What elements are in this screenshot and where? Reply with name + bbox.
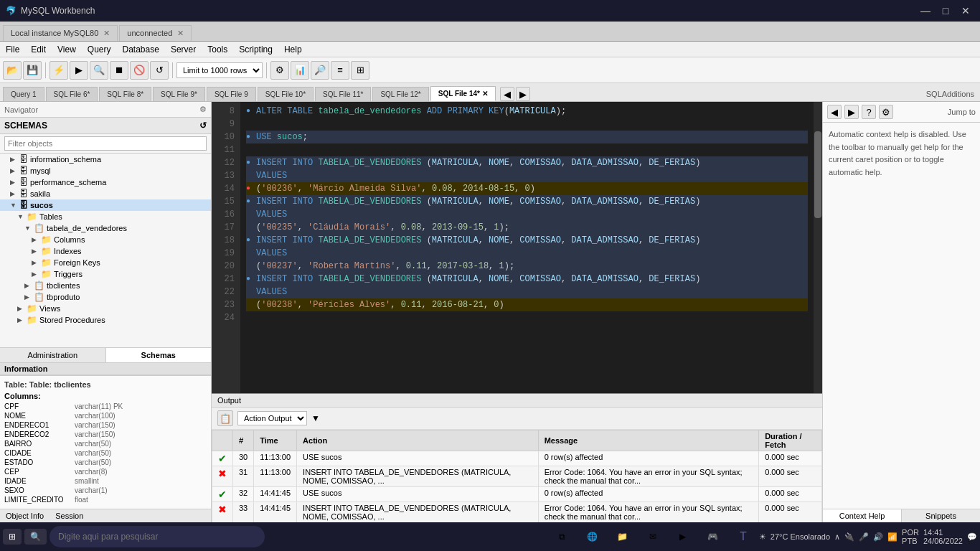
refresh-btn[interactable]: ↺: [150, 61, 169, 80]
menu-tools[interactable]: Tools: [202, 43, 233, 56]
menu-scripting[interactable]: Scripting: [233, 43, 278, 56]
tree-stored-procedures[interactable]: ▶ 📁 Stored Procedures: [0, 314, 211, 326]
right-panel-auto-btn[interactable]: ⚙: [879, 105, 893, 119]
menu-file[interactable]: File: [0, 43, 25, 56]
start-button[interactable]: ⊞: [3, 529, 22, 545]
tab-close-x[interactable]: ✕: [482, 90, 488, 98]
content-area: 8 9 10 11 12 13 14 15 16 17 18 19 20 21 …: [212, 102, 822, 522]
search-area-btn[interactable]: 🔍: [24, 529, 47, 545]
find2-btn[interactable]: 🔎: [311, 61, 329, 80]
tab-close-icon[interactable]: ✕: [103, 29, 110, 37]
sidebar-options-btn[interactable]: ⚙: [199, 105, 207, 114]
right-tab-context-help[interactable]: Context Help: [823, 509, 902, 522]
col-sexo: SEXOvarchar(1): [4, 486, 207, 495]
stop-btn[interactable]: ⏹: [110, 61, 128, 80]
tab-unconnected[interactable]: unconnected ✕: [119, 25, 192, 41]
sql-tab-file9b[interactable]: SQL File 9: [207, 87, 256, 101]
menu-query[interactable]: Query: [82, 43, 117, 56]
filter-input[interactable]: [4, 136, 207, 151]
network-icon[interactable]: 📶: [887, 532, 897, 542]
format-btn[interactable]: ⊞: [351, 61, 369, 80]
explain-btn[interactable]: ⚙: [270, 61, 289, 80]
taskbar-task-view[interactable]: ⧉: [550, 524, 575, 550]
code-line-16: VALUES: [246, 208, 808, 221]
editor-scrollbar[interactable]: [814, 102, 822, 393]
execute-current-btn[interactable]: ▶: [70, 61, 88, 80]
menu-database[interactable]: Database: [117, 43, 165, 56]
taskbar-app1[interactable]: 🎮: [700, 524, 726, 550]
right-panel-forward-btn[interactable]: ▶: [844, 105, 859, 119]
stop-script-btn[interactable]: 🚫: [130, 61, 149, 80]
tree-performance-schema[interactable]: ▶ 🗄 performance_schema: [0, 176, 211, 188]
limit-rows-select[interactable]: Limit to 1000 rows: [176, 62, 263, 78]
window-controls: — □ ✕: [917, 2, 974, 19]
volume-icon[interactable]: 🔊: [873, 532, 883, 542]
right-tab-snippets[interactable]: Snippets: [902, 509, 980, 522]
tab-prev-btn[interactable]: ◀: [500, 87, 514, 101]
sidebar-tab-schemas[interactable]: Schemas: [106, 348, 212, 362]
find-btn[interactable]: 🔍: [90, 61, 108, 80]
toggle-btn[interactable]: ≡: [331, 61, 349, 80]
menu-server[interactable]: Server: [165, 43, 202, 56]
col-limite: LIMITE_CREDITOfloat: [4, 495, 207, 504]
taskbar-search-input[interactable]: [50, 526, 265, 547]
save-btn[interactable]: 💾: [23, 61, 42, 80]
sql-tab-file10[interactable]: SQL File 10*: [258, 87, 314, 101]
object-info-tab[interactable]: Object Info: [0, 509, 50, 522]
tree-views[interactable]: ▶ 📁 Views: [0, 303, 211, 314]
right-panel-back-btn[interactable]: ◀: [827, 105, 842, 119]
taskbar-explorer[interactable]: 📁: [610, 524, 636, 550]
close-button[interactable]: ✕: [957, 2, 974, 19]
tree-foreign-keys[interactable]: ▶ 📁 Foreign Keys: [0, 257, 211, 268]
tree-triggers[interactable]: ▶ 📁 Triggers: [0, 268, 211, 280]
sql-editor[interactable]: 8 9 10 11 12 13 14 15 16 17 18 19 20 21 …: [212, 102, 822, 393]
menu-edit[interactable]: Edit: [25, 43, 52, 56]
taskbar-edge[interactable]: 🌐: [580, 524, 606, 550]
sql-tab-file9a[interactable]: SQL File 9*: [153, 87, 205, 101]
menu-help[interactable]: Help: [278, 43, 308, 56]
taskbar-media[interactable]: ▶: [670, 524, 696, 550]
tree-tables[interactable]: ▼ 📁 Tables: [0, 211, 211, 222]
notification-btn[interactable]: 💬: [967, 532, 977, 542]
taskbar-teams[interactable]: T: [730, 524, 756, 550]
minimize-button[interactable]: —: [917, 2, 934, 19]
tray-chevron[interactable]: ∧: [834, 532, 840, 542]
code-line-18: ● INSERT INTO TABELA_DE_VENDEDORES (MATR…: [246, 234, 808, 247]
tree-tbproduto[interactable]: ▶ 📋 tbproduto: [0, 291, 211, 303]
menu-view[interactable]: View: [52, 43, 82, 56]
sql-tab-file8[interactable]: SQL File 8*: [99, 87, 151, 101]
clock: 14:4124/06/2022: [923, 528, 963, 545]
explain-current-btn[interactable]: 📊: [291, 61, 309, 80]
tree-tbclientes[interactable]: ▶ 📋 tbclientes: [0, 280, 211, 291]
sql-tab-file6[interactable]: SQL File 6*: [46, 87, 98, 101]
taskbar-mail[interactable]: ✉: [640, 524, 666, 550]
tab-next-btn[interactable]: ▶: [516, 87, 530, 101]
right-panel-help-btn[interactable]: ?: [862, 105, 876, 119]
sql-tab-file14[interactable]: SQL File 14* ✕: [430, 86, 496, 101]
schemas-refresh-btn[interactable]: ↺: [199, 121, 207, 131]
tree-mysql[interactable]: ▶ 🗄 mysql: [0, 165, 211, 176]
sql-tab-query1[interactable]: Query 1: [3, 87, 44, 101]
output-dropdown-btn[interactable]: ▼: [311, 413, 320, 423]
tab-local-instance[interactable]: Local instance MySQL80 ✕: [3, 25, 118, 41]
code-content[interactable]: ● ALTER TABLE tabela_de_vendedores ADD P…: [240, 102, 814, 393]
maximize-button[interactable]: □: [937, 2, 954, 19]
tree-columns[interactable]: ▶ 📁 Columns: [0, 234, 211, 245]
output-type-select[interactable]: Action Output: [237, 411, 307, 425]
sql-tab-file11[interactable]: SQL File 11*: [315, 87, 371, 101]
execute-btn[interactable]: ⚡: [50, 61, 68, 80]
session-tab[interactable]: Session: [50, 509, 89, 522]
dot-8: ●: [246, 105, 253, 118]
tree-tabela-vendedores[interactable]: ▼ 📋 tabela_de_vendedores: [0, 222, 211, 234]
code-line-13: VALUES: [246, 169, 808, 182]
tree-information-schema[interactable]: ▶ 🗄 information_schema: [0, 154, 211, 165]
sidebar-tab-administration[interactable]: Administration: [0, 348, 106, 362]
tree-sakila[interactable]: ▶ 🗄 sakila: [0, 188, 211, 199]
tree-indexes[interactable]: ▶ 📁 Indexes: [0, 245, 211, 257]
open-file-btn[interactable]: 📂: [3, 61, 22, 80]
col-num: #: [233, 430, 254, 451]
tree-sucos[interactable]: ▼ 🗄 sucos: [0, 199, 211, 211]
sql-tab-file12[interactable]: SQL File 12*: [372, 87, 428, 101]
output-copy-btn[interactable]: 📋: [217, 410, 233, 426]
tab-close-icon2[interactable]: ✕: [177, 29, 184, 37]
